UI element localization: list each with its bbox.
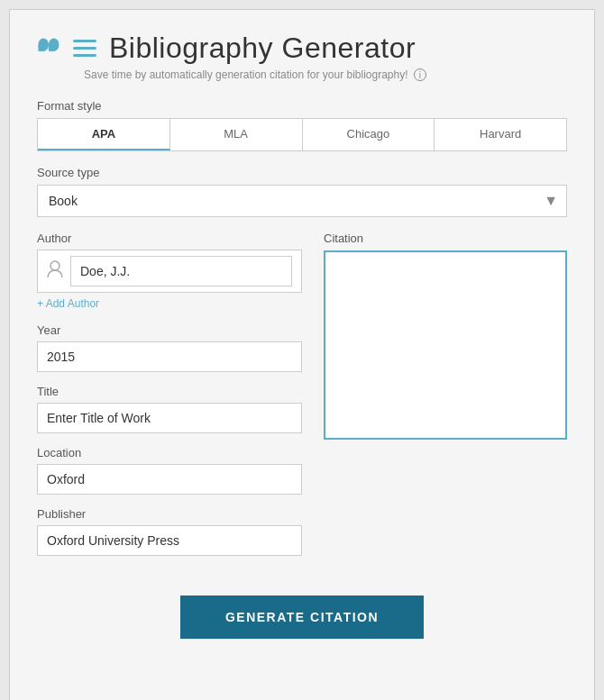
svg-point-4 <box>50 261 59 270</box>
form-columns: Author + Add Author Year <box>37 232 567 568</box>
form-left: Author + Add Author Year <box>37 232 302 568</box>
main-card: Bibliography Generator Save time by auto… <box>9 9 595 700</box>
svg-rect-2 <box>38 44 43 50</box>
location-input[interactable] <box>37 464 302 495</box>
source-type-section: Source type Book Journal Website Newspap… <box>37 166 567 217</box>
tab-chicago[interactable]: Chicago <box>303 119 435 150</box>
add-author-link[interactable]: + Add Author <box>37 297 99 310</box>
page-title: Bibliography Generator <box>109 32 416 65</box>
logo-icon <box>37 32 96 65</box>
citation-label: Citation <box>324 232 567 245</box>
year-input[interactable] <box>37 341 302 372</box>
author-input-wrapper <box>37 250 302 293</box>
person-icon <box>47 260 63 283</box>
tab-mla[interactable]: MLA <box>170 119 303 150</box>
format-label: Format style <box>37 99 567 113</box>
tab-harvard[interactable]: Harvard <box>435 119 566 150</box>
source-type-wrapper: Book Journal Website Newspaper ▼ <box>37 185 567 217</box>
header-subtitle: Save time by automatically generation ci… <box>84 68 567 81</box>
year-label: Year <box>37 323 302 337</box>
lines-icon <box>73 40 96 57</box>
author-group: Author + Add Author <box>37 232 302 311</box>
source-type-select[interactable]: Book Journal Website Newspaper <box>37 185 567 217</box>
publisher-group: Publisher <box>37 507 302 556</box>
info-icon[interactable]: i <box>414 68 426 81</box>
publisher-label: Publisher <box>37 507 302 521</box>
source-type-label: Source type <box>37 166 567 179</box>
citation-textarea[interactable] <box>324 250 567 440</box>
generate-citation-button[interactable]: GENERATE CITATION <box>180 595 424 639</box>
author-input[interactable] <box>70 256 292 286</box>
svg-rect-3 <box>49 44 54 50</box>
location-label: Location <box>37 446 302 459</box>
title-group: Title <box>37 385 302 433</box>
header: Bibliography Generator <box>37 32 567 65</box>
form-right: Citation <box>324 232 567 568</box>
publisher-input[interactable] <box>37 525 302 556</box>
year-group: Year <box>37 323 302 372</box>
generate-btn-wrapper: GENERATE CITATION <box>37 595 567 639</box>
title-label: Title <box>37 385 302 398</box>
author-label: Author <box>37 232 302 245</box>
format-tabs: APA MLA Chicago Harvard <box>37 118 567 151</box>
tab-apa[interactable]: APA <box>38 119 170 150</box>
location-group: Location <box>37 446 302 495</box>
title-input[interactable] <box>37 403 302 433</box>
